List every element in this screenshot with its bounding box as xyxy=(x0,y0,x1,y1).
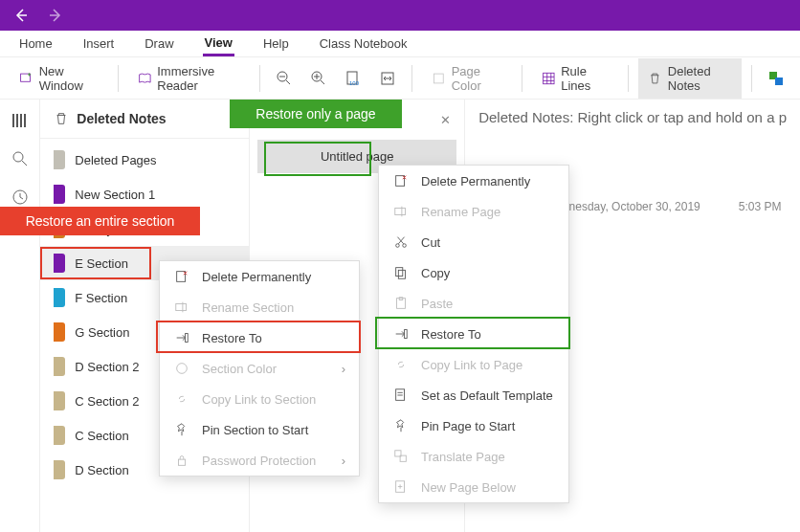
menu-item-paste: Paste xyxy=(379,288,568,319)
menu-item-label: Restore To xyxy=(202,331,262,345)
left-rail xyxy=(0,100,40,532)
chevron-right-icon: › xyxy=(342,454,345,468)
section-context-menu: Delete PermanentlyRename SectionRestore … xyxy=(159,260,360,477)
section-label: C Section 2 xyxy=(75,394,139,409)
notebooks-button[interactable] xyxy=(9,109,32,132)
rule-lines-label: Rule Lines xyxy=(561,64,609,93)
section-color-tab xyxy=(54,185,65,204)
svg-rect-12 xyxy=(177,272,186,282)
notebooks-icon xyxy=(11,111,30,130)
section-label: E Section xyxy=(75,256,128,271)
zoom-in-button[interactable] xyxy=(304,64,333,93)
menu-item-restore-to[interactable]: Restore To xyxy=(160,322,359,353)
svg-rect-17 xyxy=(396,176,405,187)
menu-item-label: Copy Link to Page xyxy=(421,358,522,372)
menu-item-section-color: Section Color› xyxy=(160,353,359,384)
search-rail-button[interactable] xyxy=(9,147,32,170)
x-red-icon xyxy=(173,269,190,284)
divider xyxy=(259,65,260,92)
close-panel-button[interactable]: ✕ xyxy=(440,113,451,127)
lock-icon xyxy=(173,453,190,468)
menu-item-restore-to[interactable]: Restore To xyxy=(379,319,568,349)
svg-point-20 xyxy=(403,244,407,248)
deleted-notes-button[interactable]: Deleted Notes xyxy=(638,58,742,99)
menu-item-copy[interactable]: Copy xyxy=(379,257,568,288)
zoom-100-button[interactable]: 100 xyxy=(339,64,367,93)
menu-item-rename-page: Rename Page xyxy=(379,196,568,227)
menu-item-label: Copy xyxy=(421,266,450,280)
book-icon xyxy=(138,70,152,87)
menu-item-label: Restore To xyxy=(421,327,481,342)
section-label: F Section xyxy=(75,291,127,305)
menu-view[interactable]: View xyxy=(203,32,234,56)
section-row[interactable]: Deleted Pages xyxy=(40,143,249,177)
page-100-icon: 100 xyxy=(344,70,362,87)
menu-item-pin-page-to-start[interactable]: Pin Page to Start xyxy=(379,410,568,441)
svg-rect-22 xyxy=(398,270,405,278)
new-window-button[interactable]: New Window xyxy=(10,58,108,99)
section-color-tab xyxy=(54,426,65,445)
palette-icon xyxy=(173,361,190,376)
svg-rect-24 xyxy=(399,298,403,300)
forward-button[interactable] xyxy=(42,2,69,29)
section-label: D Section xyxy=(75,463,128,477)
menu-item-translate-page: Translate Page xyxy=(379,441,568,472)
svg-rect-13 xyxy=(176,303,187,310)
menu-item-label: Set as Default Template xyxy=(421,388,553,403)
x-red-icon xyxy=(392,173,410,188)
page-color-label: Page Color xyxy=(452,64,502,93)
chevron-right-icon: › xyxy=(342,362,345,376)
menu-item-new-page-below: New Page Below xyxy=(379,472,568,502)
menu-item-delete-permanently[interactable]: Delete Permanently xyxy=(379,166,568,196)
callout-restore-page: Restore only a page xyxy=(230,100,402,128)
section-color-tab xyxy=(54,460,65,479)
svg-rect-16 xyxy=(178,459,185,465)
zoom-out-button[interactable] xyxy=(270,64,299,93)
link-icon xyxy=(392,357,410,372)
section-label: D Section 2 xyxy=(75,360,139,374)
svg-rect-7 xyxy=(543,73,553,83)
section-color-tab xyxy=(54,150,65,169)
menu-class-notebook[interactable]: Class Notebook xyxy=(318,33,410,55)
recent-rail-button[interactable] xyxy=(9,186,32,209)
svg-rect-25 xyxy=(405,330,408,339)
page-time: 5:03 PM xyxy=(739,200,782,213)
menu-insert[interactable]: Insert xyxy=(81,33,117,55)
section-label: New Section 1 xyxy=(75,188,155,202)
menu-draw[interactable]: Draw xyxy=(143,33,175,55)
panel-header: Deleted Notes xyxy=(40,100,249,139)
svg-rect-9 xyxy=(775,78,783,85)
menu-item-label: Delete Permanently xyxy=(421,174,530,188)
section-color-tab xyxy=(54,322,65,342)
page-width-icon xyxy=(379,70,396,87)
menu-item-set-as-default-template[interactable]: Set as Default Template xyxy=(379,380,568,410)
menu-item-cut[interactable]: Cut xyxy=(379,227,568,257)
section-label: G Section xyxy=(75,325,129,340)
svg-point-10 xyxy=(13,152,23,162)
zoom-out-icon xyxy=(276,70,293,87)
menu-item-label: Rename Page xyxy=(421,205,500,219)
page-width-button[interactable] xyxy=(373,64,402,93)
svg-point-19 xyxy=(396,244,400,248)
svg-rect-21 xyxy=(396,268,403,277)
callout-restore-section: Restore an entire section xyxy=(0,207,200,235)
page-color-button[interactable]: Page Color xyxy=(422,58,512,99)
back-button[interactable] xyxy=(8,2,34,29)
rule-lines-button[interactable]: Rule Lines xyxy=(532,58,619,99)
menu-home[interactable]: Home xyxy=(17,33,55,55)
menu-item-delete-permanently[interactable]: Delete Permanently xyxy=(160,261,359,292)
translate-button[interactable] xyxy=(762,64,790,93)
section-color-tab xyxy=(54,391,65,410)
menu-item-copy-link-to-section: Copy Link to Section xyxy=(160,384,359,414)
menu-bar: HomeInsertDrawViewHelpClass Notebook xyxy=(0,31,800,57)
search-icon xyxy=(11,150,29,167)
svg-rect-18 xyxy=(395,208,406,214)
menu-item-pin-section-to-start[interactable]: Pin Section to Start xyxy=(160,414,359,445)
immersive-reader-button[interactable]: Immersive Reader xyxy=(128,58,251,99)
divider xyxy=(522,65,522,92)
menu-help[interactable]: Help xyxy=(261,33,291,55)
menu-item-label: Password Protection xyxy=(202,454,316,468)
immersive-reader-label: Immersive Reader xyxy=(157,64,240,93)
panel-title: Deleted Notes xyxy=(77,111,166,126)
menu-item-password-protection: Password Protection› xyxy=(160,445,359,476)
